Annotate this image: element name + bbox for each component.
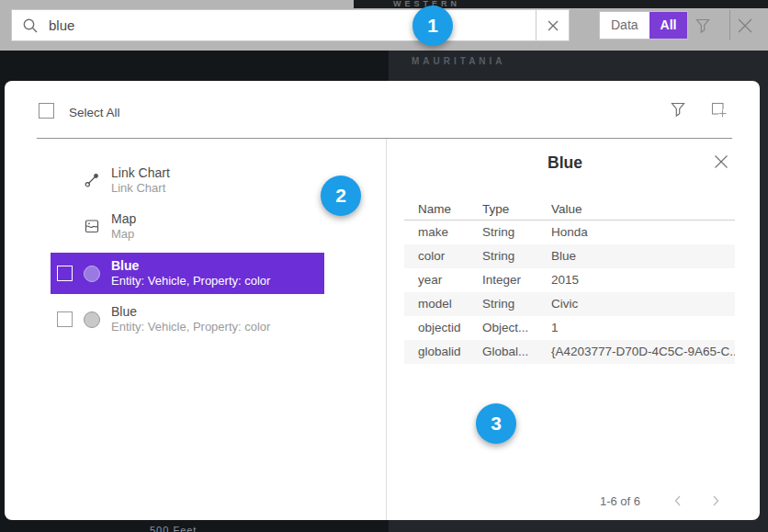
cell-type: Global... bbox=[482, 340, 551, 364]
row-checkbox[interactable] bbox=[57, 311, 73, 327]
clear-search-button[interactable] bbox=[536, 10, 569, 40]
select-all-label: Select All bbox=[69, 106, 120, 119]
cell-value: Honda bbox=[551, 221, 735, 244]
result-row-blue-selected[interactable]: Blue Entity: Vehicle, Property: color bbox=[51, 253, 324, 294]
pagination-next-button[interactable] bbox=[708, 493, 723, 512]
cell-value: 2015 bbox=[551, 268, 735, 292]
cell-name: color bbox=[418, 244, 482, 268]
panel-filter-button[interactable] bbox=[669, 100, 687, 122]
cell-type: Object... bbox=[482, 316, 551, 340]
entity-circle-icon bbox=[84, 266, 100, 282]
search-results-panel: Select All Link Chart Link Chart bbox=[5, 81, 760, 520]
result-title: Map bbox=[111, 211, 136, 227]
link-chart-icon bbox=[84, 172, 100, 188]
filter-funnel-icon bbox=[694, 17, 712, 35]
cell-name: model bbox=[418, 292, 482, 316]
chevron-left-icon bbox=[671, 493, 685, 508]
table-row: model String Civic bbox=[404, 292, 735, 316]
clear-icon bbox=[547, 19, 559, 32]
result-subtitle: Entity: Vehicle, Property: color bbox=[111, 320, 270, 334]
pagination-label: 1-6 of 6 bbox=[593, 494, 648, 508]
toolbar-close-button[interactable] bbox=[734, 15, 756, 37]
cell-type: String bbox=[482, 292, 551, 316]
column-header-value: Value bbox=[551, 198, 735, 220]
scope-data-button[interactable]: Data bbox=[600, 12, 649, 39]
callout-number: 1 bbox=[427, 15, 438, 37]
close-icon bbox=[713, 153, 729, 170]
result-title: Blue bbox=[111, 304, 270, 320]
cell-name: make bbox=[418, 221, 482, 244]
search-scope-toggle: Data All bbox=[599, 11, 688, 40]
map-scale-label: 500 Feet bbox=[150, 525, 197, 532]
search-input[interactable] bbox=[49, 10, 536, 40]
table-row: make String Honda bbox=[404, 221, 735, 244]
attribute-table-header: Name Type Value bbox=[404, 198, 735, 221]
result-subtitle: Entity: Vehicle, Property: color bbox=[111, 274, 270, 289]
result-row-map[interactable]: Map Map bbox=[51, 204, 324, 248]
map-label-mauritania: MAURITANIA bbox=[412, 56, 506, 66]
callout-number: 2 bbox=[335, 185, 346, 207]
attribute-table: Name Type Value make String Honda color … bbox=[404, 198, 735, 364]
table-row: globalid Global... {A4203777-D70D-4C5C-9… bbox=[404, 340, 735, 364]
toolbar-divider bbox=[729, 10, 730, 40]
table-row: objectid Object... 1 bbox=[404, 316, 735, 340]
close-icon bbox=[736, 17, 754, 35]
toolbar-filter-button[interactable] bbox=[692, 15, 714, 37]
app-window: MAURITANIA 500 Feet WESTERN Data All Sel… bbox=[0, 0, 768, 532]
cell-type: Integer bbox=[482, 268, 551, 292]
map-peek-strip: WESTERN bbox=[354, 0, 768, 8]
detail-title: Blue bbox=[413, 153, 717, 173]
scope-all-button[interactable]: All bbox=[649, 12, 688, 39]
cell-value: Blue bbox=[551, 244, 735, 268]
result-subtitle: Link Chart bbox=[111, 181, 170, 196]
panel-header-divider bbox=[37, 138, 732, 139]
result-title: Blue bbox=[111, 258, 270, 274]
filter-funnel-icon bbox=[669, 100, 687, 119]
cell-type: String bbox=[482, 244, 551, 268]
chevron-right-icon bbox=[708, 493, 723, 508]
result-row-blue[interactable]: Blue Entity: Vehicle, Property: color bbox=[51, 299, 324, 340]
pagination-prev-button[interactable] bbox=[671, 493, 685, 512]
result-title: Link Chart bbox=[111, 165, 170, 181]
cell-name: year bbox=[418, 268, 482, 292]
column-header-name: Name bbox=[418, 198, 482, 220]
callout-badge-1: 1 bbox=[412, 6, 453, 46]
column-header-type: Type bbox=[482, 198, 551, 220]
list-detail-divider bbox=[386, 139, 387, 520]
result-row-link-chart[interactable]: Link Chart Link Chart bbox=[51, 158, 324, 202]
result-subtitle: Map bbox=[111, 227, 136, 242]
entity-circle-icon bbox=[84, 311, 100, 328]
select-all-checkbox[interactable] bbox=[39, 103, 54, 119]
row-checkbox[interactable] bbox=[57, 266, 73, 281]
map-icon bbox=[84, 218, 100, 234]
search-box bbox=[11, 9, 570, 41]
cell-type: String bbox=[482, 221, 551, 244]
cell-value: 1 bbox=[551, 316, 735, 340]
cell-name: objectid bbox=[418, 316, 482, 340]
search-icon bbox=[12, 10, 49, 40]
detail-close-button[interactable] bbox=[713, 153, 729, 174]
cell-value: Civic bbox=[551, 292, 735, 316]
callout-badge-3: 3 bbox=[476, 403, 516, 444]
callout-number: 3 bbox=[491, 413, 502, 435]
table-row: year Integer 2015 bbox=[404, 268, 735, 292]
add-selection-button[interactable] bbox=[709, 100, 728, 123]
cell-name: globalid bbox=[418, 340, 482, 364]
add-selection-icon bbox=[709, 100, 728, 119]
cell-value: {A4203777-D70D-4C5C-9A65-C... bbox=[551, 340, 735, 364]
table-row: color String Blue bbox=[404, 244, 735, 268]
callout-badge-2: 2 bbox=[321, 175, 361, 216]
